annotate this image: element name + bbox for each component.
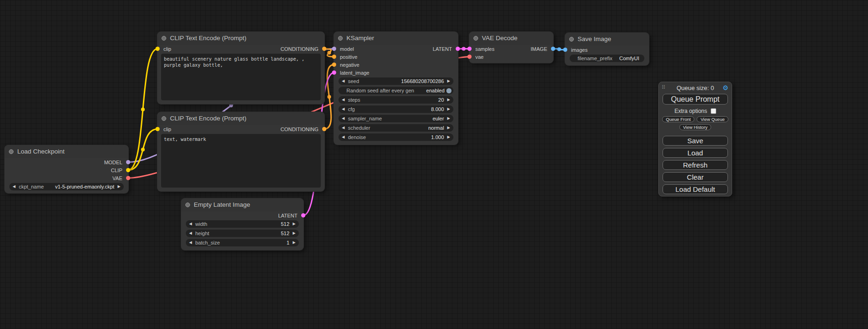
ckpt-name-widget[interactable]: ◀ ckpt_name v1-5-pruned-emaonly.ckpt ▶: [9, 183, 124, 190]
save-button[interactable]: Save: [663, 136, 728, 146]
load-button[interactable]: Load: [663, 148, 728, 158]
decrement-arrow-icon[interactable]: ◀: [13, 183, 15, 190]
node-title-bar[interactable]: KSampler: [334, 32, 458, 45]
increment-arrow-icon[interactable]: ▶: [447, 115, 450, 122]
queue-front-button[interactable]: Queue Front: [662, 116, 694, 122]
node-clip-text-encode-positive[interactable]: CLIP Text Encode (Prompt) clip CONDITION…: [157, 32, 325, 104]
ksampler-input-model-dot[interactable]: [332, 47, 336, 51]
view-history-button[interactable]: View History: [679, 124, 712, 130]
slot-label: CONDITIONING: [281, 46, 318, 52]
seed-control-toggle-icon[interactable]: [446, 88, 452, 93]
node-empty-latent-image[interactable]: Empty Latent Image LATENT ◀ width 512 ▶ …: [181, 198, 303, 250]
clear-button[interactable]: Clear: [663, 172, 728, 182]
load-checkpoint-output-vae-dot[interactable]: [126, 176, 130, 180]
steps-widget[interactable]: ◀ steps 20 ▶: [339, 96, 453, 104]
settings-gear-icon[interactable]: ⚙: [722, 84, 728, 91]
widget-label: steps: [348, 97, 360, 103]
increment-arrow-icon[interactable]: ▶: [447, 124, 450, 132]
increment-arrow-icon[interactable]: ▶: [447, 77, 450, 85]
increment-arrow-icon[interactable]: ▶: [447, 96, 450, 104]
decrement-arrow-icon[interactable]: ◀: [342, 133, 345, 141]
collapse-dot-icon[interactable]: [162, 36, 166, 41]
refresh-button[interactable]: Refresh: [663, 160, 728, 170]
prompt-textarea[interactable]: beautiful scenery nature glass bottle la…: [161, 54, 321, 100]
clip-encode-positive-output-conditioning-dot[interactable]: [322, 47, 326, 51]
node-clip-text-encode-negative[interactable]: CLIP Text Encode (Prompt) clip CONDITION…: [157, 112, 325, 191]
widget-value: 156680208700286: [401, 78, 444, 84]
view-queue-button[interactable]: View Queue: [697, 116, 728, 122]
height-widget[interactable]: ◀ height 512 ▶: [186, 230, 299, 237]
node-load-checkpoint[interactable]: Load Checkpoint MODEL CLIP VAE ◀ ckpt_na…: [5, 145, 128, 193]
widget-label: denoise: [348, 134, 366, 140]
node-title: CLIP Text Encode (Prompt): [170, 35, 247, 42]
decrement-arrow-icon[interactable]: ◀: [189, 239, 192, 246]
denoise-widget[interactable]: ◀ denoise 1.000 ▶: [339, 133, 453, 141]
widget-label: seed: [348, 78, 359, 84]
vae-decode-input-vae-dot[interactable]: [467, 55, 472, 59]
widget-value: 1: [287, 240, 289, 245]
width-widget[interactable]: ◀ width 512 ▶: [186, 220, 299, 228]
ksampler-input-negative-dot[interactable]: [332, 63, 336, 67]
drag-handle-icon[interactable]: ⠿: [662, 84, 665, 91]
increment-arrow-icon[interactable]: ▶: [293, 239, 296, 246]
slot-label: images: [571, 47, 587, 53]
decrement-arrow-icon[interactable]: ◀: [342, 105, 345, 113]
increment-arrow-icon[interactable]: ▶: [447, 133, 450, 141]
decrement-arrow-icon[interactable]: ◀: [189, 220, 192, 228]
load-checkpoint-output-model-dot[interactable]: [126, 160, 130, 164]
collapse-dot-icon[interactable]: [9, 149, 14, 154]
decrement-arrow-icon[interactable]: ◀: [342, 124, 345, 132]
node-title-bar[interactable]: Load Checkpoint: [5, 145, 128, 158]
graph-canvas[interactable]: Load Checkpoint MODEL CLIP VAE ◀ ckpt_na…: [0, 0, 868, 329]
widget-value: v1-5-pruned-emaonly.ckpt: [55, 184, 114, 189]
load-checkpoint-output-clip-dot[interactable]: [126, 168, 130, 172]
load-default-button[interactable]: Load Default: [663, 184, 728, 194]
batch-size-widget[interactable]: ◀ batch_size 1 ▶: [186, 239, 299, 246]
scheduler-widget[interactable]: ◀ scheduler normal ▶: [339, 124, 453, 132]
node-ksampler[interactable]: KSampler LATENT model positive negative …: [334, 32, 458, 145]
wire-negative-conditioning-midpoint-dot: [327, 95, 331, 99]
increment-arrow-icon[interactable]: ▶: [447, 105, 450, 113]
node-title-bar[interactable]: CLIP Text Encode (Prompt): [157, 32, 325, 45]
node-title-bar[interactable]: Empty Latent Image: [181, 198, 303, 211]
ksampler-input-latent-image-dot[interactable]: [332, 70, 336, 75]
node-vae-decode[interactable]: VAE Decode IMAGE samples vae: [469, 32, 553, 63]
collapse-dot-icon[interactable]: [185, 203, 190, 207]
collapse-dot-icon[interactable]: [162, 116, 166, 121]
slot-label: model: [340, 46, 354, 52]
clip-encode-negative-input-clip-dot[interactable]: [155, 127, 160, 131]
prompt-textarea[interactable]: text, watermark: [161, 134, 321, 188]
collapse-dot-icon[interactable]: [473, 36, 478, 41]
widget-label: ckpt_name: [19, 184, 44, 189]
collapse-dot-icon[interactable]: [569, 37, 574, 42]
decrement-arrow-icon[interactable]: ◀: [342, 96, 345, 104]
decrement-arrow-icon[interactable]: ◀: [189, 230, 192, 237]
increment-arrow-icon[interactable]: ▶: [293, 230, 296, 237]
empty-latent-output-latent-dot[interactable]: [301, 213, 305, 217]
decrement-arrow-icon[interactable]: ◀: [342, 77, 345, 85]
sampler-name-widget[interactable]: ◀ sampler_name euler ▶: [339, 115, 453, 122]
clip-encode-negative-output-conditioning-dot[interactable]: [322, 127, 326, 131]
seed-widget[interactable]: ◀ seed 156680208700286 ▶: [339, 77, 453, 85]
ksampler-input-positive-dot[interactable]: [332, 55, 336, 59]
wire-clip-positive-midpoint-dot: [141, 108, 145, 112]
cfg-widget[interactable]: ◀ cfg 8.000 ▶: [339, 105, 453, 113]
increment-arrow-icon[interactable]: ▶: [118, 183, 120, 190]
vae-decode-input-samples-dot[interactable]: [467, 47, 472, 51]
node-save-image[interactable]: Save Image images filename_prefix ComfyU…: [565, 33, 649, 65]
node-title-bar[interactable]: Save Image: [565, 33, 649, 46]
queue-prompt-button[interactable]: Queue Prompt: [663, 94, 728, 105]
node-title-bar[interactable]: CLIP Text Encode (Prompt): [157, 112, 325, 125]
node-title-bar[interactable]: VAE Decode: [469, 32, 553, 45]
extra-options-checkbox[interactable]: [711, 108, 716, 114]
clip-encode-positive-input-clip-dot[interactable]: [155, 47, 160, 51]
output-slot-vae: VAE: [5, 174, 128, 182]
increment-arrow-icon[interactable]: ▶: [293, 220, 296, 228]
save-image-input-images-dot[interactable]: [563, 48, 567, 52]
decrement-arrow-icon[interactable]: ◀: [342, 115, 345, 122]
collapse-dot-icon[interactable]: [338, 36, 343, 41]
slot-label: MODEL: [104, 160, 122, 165]
filename-prefix-widget[interactable]: filename_prefix ComfyUI: [570, 55, 644, 62]
node-title: Save Image: [578, 35, 611, 42]
seed-control-widget[interactable]: Random seed after every gen enabled: [339, 87, 453, 94]
